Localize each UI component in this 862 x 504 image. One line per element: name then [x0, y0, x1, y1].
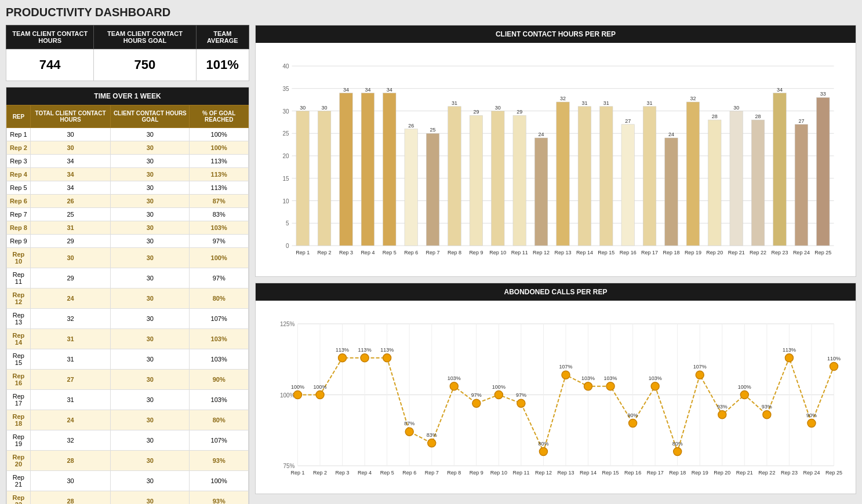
svg-text:31: 31: [452, 100, 457, 106]
rep-hours: 32: [30, 309, 110, 329]
svg-text:30: 30: [282, 108, 289, 115]
svg-text:Rep 10: Rep 10: [489, 250, 506, 255]
rep-goal: 30: [111, 248, 190, 268]
svg-text:Rep 8: Rep 8: [448, 250, 461, 255]
svg-point-148: [472, 399, 481, 407]
svg-point-127: [316, 391, 324, 399]
svg-text:Rep 9: Rep 9: [469, 250, 483, 255]
svg-rect-51: [534, 138, 547, 246]
table-row: Rep 8 31 30 103%: [7, 221, 249, 235]
rep-pct: 97%: [190, 235, 249, 248]
svg-rect-69: [665, 138, 678, 246]
rep-pct: 103%: [190, 390, 249, 410]
svg-rect-84: [773, 93, 786, 246]
rep-goal: 30: [111, 268, 190, 288]
rep-pct: 80%: [190, 410, 249, 430]
svg-rect-54: [557, 102, 569, 246]
svg-text:30: 30: [733, 105, 739, 111]
rep-hours: 24: [30, 288, 110, 309]
svg-text:90%: 90%: [628, 412, 638, 418]
rep-name: Rep 15: [7, 349, 31, 370]
svg-point-145: [450, 382, 458, 390]
table-row: Rep 13 32 30 107%: [7, 309, 249, 329]
rep-hours: 31: [30, 329, 110, 349]
svg-text:27: 27: [625, 118, 631, 124]
rep-name: Rep 14: [7, 329, 31, 349]
rep-pct: 103%: [190, 221, 249, 235]
rep-name: Rep 17: [7, 390, 31, 410]
bar-chart-title: CLIENT CONTACT HOURS PER REP: [256, 25, 856, 43]
svg-text:31: 31: [647, 100, 653, 106]
svg-text:34: 34: [365, 87, 370, 93]
svg-point-175: [674, 448, 682, 456]
svg-text:30: 30: [322, 105, 328, 111]
svg-text:100%: 100%: [291, 384, 304, 390]
svg-text:103%: 103%: [581, 375, 595, 381]
svg-text:25: 25: [430, 127, 436, 133]
rep-hours: 26: [30, 195, 110, 208]
rep-pct: 87%: [190, 195, 249, 208]
svg-text:Rep 9: Rep 9: [470, 470, 483, 476]
col-hours: TOTAL CLIENT CONTACT HOURS: [30, 105, 110, 128]
table-row: Rep 21 30 30 100%: [7, 471, 249, 491]
svg-text:Rep 7: Rep 7: [426, 250, 440, 255]
left-panel: TEAM CLIENT CONTACT HOURS TEAM CLIENT CO…: [6, 25, 249, 504]
rep-name: Rep 7: [7, 208, 31, 221]
rep-pct: 100%: [190, 141, 249, 155]
svg-rect-36: [426, 133, 439, 246]
summary-col2-header: TEAM CLIENT CONTACT HOURS GOAL: [94, 25, 196, 49]
rep-name: Rep 20: [7, 451, 31, 471]
svg-text:24: 24: [539, 132, 544, 137]
rep-name: Rep 8: [7, 221, 31, 235]
rep-name: Rep 18: [7, 410, 31, 430]
svg-text:Rep 7: Rep 7: [425, 470, 439, 476]
svg-text:32: 32: [690, 96, 696, 101]
svg-text:100%: 100%: [738, 384, 751, 390]
svg-text:25: 25: [282, 130, 289, 137]
rep-goal: 30: [111, 181, 190, 195]
svg-text:Rep 21: Rep 21: [728, 250, 745, 255]
svg-text:100%: 100%: [280, 392, 295, 399]
svg-text:Rep 4: Rep 4: [358, 470, 372, 476]
svg-text:Rep 15: Rep 15: [598, 250, 614, 255]
rep-goal: 30: [111, 430, 190, 451]
svg-text:34: 34: [777, 87, 783, 93]
table-row: Rep 16 27 30 90%: [7, 370, 249, 390]
svg-text:29: 29: [473, 109, 479, 115]
svg-text:Rep 22: Rep 22: [758, 470, 775, 476]
rep-goal: 30: [111, 410, 190, 430]
rep-goal: 30: [111, 451, 190, 471]
rep-goal: 30: [111, 221, 190, 235]
svg-text:15: 15: [282, 176, 289, 182]
line-chart-container: ABONDONED CALLS PER REP 75%100%125%100%R…: [255, 283, 856, 494]
rep-name: Rep 13: [7, 309, 31, 329]
rep-pct: 103%: [190, 329, 249, 349]
svg-text:113%: 113%: [783, 347, 796, 353]
rep-hours: 29: [30, 235, 110, 248]
summary-col1-value: 744: [6, 49, 94, 81]
rep-name: Rep 10: [7, 248, 31, 268]
svg-text:Rep 11: Rep 11: [511, 250, 528, 255]
svg-rect-24: [340, 93, 352, 246]
svg-text:34: 34: [387, 87, 392, 93]
summary-col2-value: 750: [94, 49, 196, 81]
svg-point-124: [294, 391, 302, 399]
rep-goal: 30: [111, 349, 190, 370]
table-row: Rep 19 32 30 107%: [7, 430, 249, 451]
svg-rect-45: [492, 111, 504, 246]
rep-goal: 30: [111, 128, 190, 141]
rep-goal: 30: [111, 309, 190, 329]
svg-rect-48: [513, 115, 526, 246]
table-row: Rep 10 30 30 100%: [7, 248, 249, 268]
rep-goal: 30: [111, 141, 190, 155]
svg-point-169: [629, 419, 637, 428]
svg-rect-63: [621, 125, 634, 246]
svg-text:Rep 21: Rep 21: [736, 470, 753, 476]
svg-point-172: [651, 382, 659, 390]
svg-text:Rep 14: Rep 14: [576, 250, 593, 255]
rep-hours: 28: [30, 451, 110, 471]
bar-chart-area: 051015202530354030Rep 130Rep 234Rep 334R…: [256, 43, 856, 276]
rep-pct: 107%: [190, 430, 249, 451]
svg-text:100%: 100%: [314, 384, 327, 390]
svg-text:0: 0: [286, 243, 289, 249]
